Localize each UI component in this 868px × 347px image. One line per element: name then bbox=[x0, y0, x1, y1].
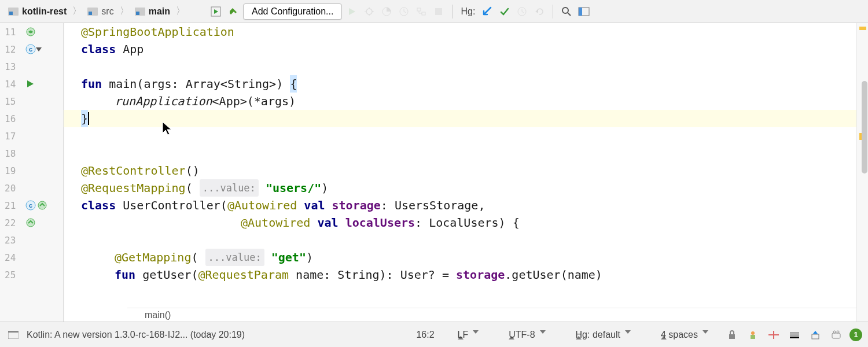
run-icon[interactable] bbox=[344, 4, 359, 19]
editor-breadcrumb[interactable]: main() bbox=[127, 308, 856, 322]
svg-rect-45 bbox=[812, 334, 819, 339]
code-line[interactable]: class App bbox=[64, 40, 856, 58]
code-line[interactable] bbox=[64, 127, 856, 145]
event-log-badge[interactable]: 1 bbox=[849, 328, 862, 341]
text-caret bbox=[88, 112, 89, 125]
svg-marker-20 bbox=[535, 10, 538, 13]
code-area[interactable]: @SpringBootApplication class App fun mai… bbox=[64, 23, 856, 322]
code-line[interactable]: runApplication<App>(*args) bbox=[64, 93, 856, 110]
project-structure-icon[interactable] bbox=[576, 4, 591, 19]
lock-icon[interactable] bbox=[724, 327, 740, 342]
stop-icon[interactable] bbox=[431, 4, 446, 19]
separator-icon[interactable] bbox=[766, 327, 781, 342]
coverage-icon[interactable] bbox=[379, 4, 394, 19]
dropdown-marker-icon[interactable] bbox=[36, 46, 42, 52]
outgoing-changes-icon[interactable] bbox=[808, 327, 823, 342]
breadcrumb-label: src bbox=[101, 6, 113, 17]
background-tasks-icon[interactable] bbox=[829, 327, 844, 342]
breadcrumb-project[interactable]: kotlin-rest bbox=[6, 5, 69, 18]
caret-position[interactable]: 16:2 bbox=[413, 330, 437, 340]
chevron-right-icon: 〉 bbox=[72, 5, 82, 17]
line-number: 15 bbox=[5, 96, 16, 107]
toolbar-separator bbox=[553, 5, 553, 19]
svg-point-21 bbox=[562, 8, 568, 13]
code-line[interactable]: @SpringBootApplication bbox=[64, 23, 856, 40]
code-line[interactable]: fun main(args: Array<String>) { bbox=[64, 75, 856, 93]
line-separator-selector[interactable]: LF bbox=[444, 330, 490, 340]
svg-point-32 bbox=[38, 201, 46, 209]
run-target-icon[interactable] bbox=[208, 4, 223, 19]
class-icon[interactable]: c bbox=[25, 44, 36, 54]
svg-rect-16 bbox=[435, 8, 442, 15]
debug-icon[interactable] bbox=[362, 4, 377, 19]
svg-rect-36 bbox=[8, 331, 19, 333]
main-toolbar: kotlin-rest 〉 src 〉 main 〉 Add Configura… bbox=[0, 0, 868, 23]
class-icon[interactable]: c bbox=[25, 200, 36, 211]
scrollbar-thumb[interactable] bbox=[862, 81, 867, 174]
nav-to-autowired-icon[interactable] bbox=[25, 217, 36, 228]
run-gutter-icon[interactable] bbox=[25, 79, 35, 88]
svg-marker-1 bbox=[214, 9, 218, 14]
memory-indicator-icon[interactable] bbox=[787, 327, 802, 342]
encoding-selector[interactable]: UTF-8 bbox=[495, 330, 556, 340]
code-line[interactable]: @Autowired val localUsers: LocalUsers) { bbox=[64, 214, 856, 231]
code-line[interactable] bbox=[64, 231, 856, 249]
vcs-update-icon[interactable] bbox=[480, 4, 495, 19]
breadcrumb-src[interactable]: src bbox=[85, 5, 116, 18]
vcs-commit-icon[interactable] bbox=[497, 4, 512, 19]
nav-to-autowired-icon[interactable] bbox=[37, 200, 47, 211]
tool-windows-icon[interactable] bbox=[6, 327, 21, 342]
svg-rect-39 bbox=[751, 335, 755, 339]
folder-icon bbox=[135, 8, 145, 16]
svg-rect-24 bbox=[579, 8, 582, 16]
code-line[interactable] bbox=[64, 58, 856, 75]
warning-marker[interactable] bbox=[859, 27, 866, 30]
search-icon[interactable] bbox=[559, 4, 574, 19]
code-line[interactable] bbox=[64, 145, 856, 162]
code-line[interactable]: @RequestMapping( ...value: "users/") bbox=[64, 179, 856, 197]
code-line[interactable]: @RestController() bbox=[64, 162, 856, 179]
folder-icon bbox=[87, 8, 98, 16]
line-number: 17 bbox=[5, 131, 16, 142]
error-stripe[interactable] bbox=[856, 23, 868, 322]
line-number: 23 bbox=[5, 235, 16, 246]
breadcrumb-main[interactable]: main bbox=[133, 5, 172, 18]
breadcrumb-label: kotlin-rest bbox=[22, 6, 67, 17]
vcs-revert-icon[interactable] bbox=[532, 4, 547, 19]
svg-text:c: c bbox=[29, 46, 32, 53]
vcs-label: Hg: bbox=[461, 6, 475, 17]
line-number: 20 bbox=[5, 183, 16, 194]
code-line[interactable]: @GetMapping( ...value: "get") bbox=[64, 249, 856, 266]
svg-point-33 bbox=[27, 219, 35, 227]
toolbar-separator bbox=[452, 5, 453, 19]
hector-inspections-icon[interactable] bbox=[745, 327, 760, 342]
svg-rect-47 bbox=[832, 333, 840, 338]
svg-point-48 bbox=[833, 331, 836, 333]
svg-rect-43 bbox=[790, 334, 799, 336]
code-line[interactable]: fun getUser(@RequestParam name: String):… bbox=[64, 266, 856, 283]
concurrency-icon[interactable] bbox=[414, 4, 429, 19]
vcs-history-icon[interactable] bbox=[514, 4, 529, 19]
svg-point-3 bbox=[366, 9, 372, 14]
svg-marker-46 bbox=[813, 331, 818, 334]
svg-rect-37 bbox=[729, 334, 735, 339]
add-configuration-button[interactable]: Add Configuration... bbox=[243, 3, 342, 20]
code-line-current[interactable]: } bbox=[64, 110, 856, 127]
build-hammer-icon[interactable] bbox=[226, 4, 241, 19]
svg-rect-13 bbox=[422, 12, 425, 15]
svg-marker-34 bbox=[163, 122, 171, 135]
indent-selector[interactable]: 4 spaces bbox=[647, 330, 719, 340]
profile-icon[interactable] bbox=[396, 4, 411, 19]
svg-marker-2 bbox=[349, 8, 355, 15]
line-number: 19 bbox=[5, 165, 16, 176]
vcs-branch-selector[interactable]: Hg: default bbox=[562, 330, 641, 340]
svg-line-11 bbox=[404, 12, 406, 13]
code-line[interactable]: class UserController(@Autowired val stor… bbox=[64, 197, 856, 214]
gutter[interactable]: 11 12 c 13 14 15 16 17 18 19 20 21 c 22 … bbox=[0, 23, 64, 322]
line-number: 13 bbox=[5, 61, 16, 72]
folder-icon bbox=[8, 8, 19, 16]
svg-point-49 bbox=[837, 331, 839, 333]
svg-rect-12 bbox=[417, 8, 421, 11]
spring-bean-icon[interactable] bbox=[25, 27, 36, 37]
status-message[interactable]: Kotlin: A new version 1.3.0-rc-168-IJ2..… bbox=[27, 330, 245, 340]
